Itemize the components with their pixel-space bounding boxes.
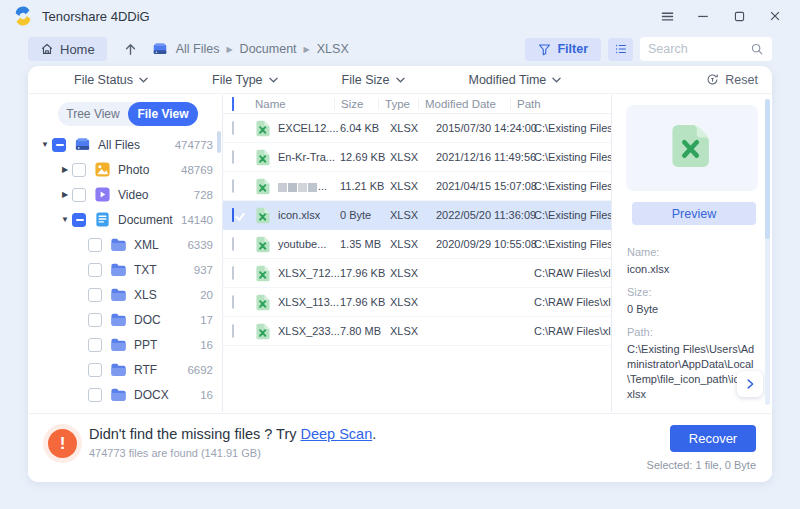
alert-icon: !	[48, 429, 77, 458]
table-row[interactable]: XLSX_113... 17.96 KB XLSX C:\RAW Files\x…	[223, 288, 611, 317]
table-row[interactable]: En-Kr-Tra... 12.69 KB XLSX 2021/12/16 11…	[223, 143, 611, 172]
tree-checkbox[interactable]	[88, 363, 102, 377]
row-checkbox[interactable]	[232, 266, 234, 280]
tree-checkbox[interactable]	[88, 313, 102, 327]
column-header-modified[interactable]: Modified Date	[418, 98, 516, 110]
row-checkbox[interactable]	[232, 237, 234, 251]
tree-item-label: DOCX	[134, 388, 169, 402]
tree-item-count: 16	[200, 389, 213, 401]
filter-dropdown-file-status[interactable]: File Status	[74, 73, 148, 87]
sidebar-item-xls[interactable]: XLS 20	[28, 282, 222, 307]
filter-button[interactable]: Filter	[525, 38, 601, 61]
filter-dropdown-modified-time[interactable]: Modified Time	[469, 73, 562, 87]
tree-checkbox[interactable]	[88, 388, 102, 402]
next-file-button[interactable]	[737, 371, 763, 397]
detail-scrollbar[interactable]	[765, 99, 770, 405]
filter-dropdown-file-type[interactable]: File Type	[212, 73, 278, 87]
file-name: XLSX_712...	[278, 267, 340, 279]
row-checkbox[interactable]	[232, 208, 234, 222]
table-row[interactable]: ... 11.21 KB XLSX 2021/04/15 15:07:08 C:…	[223, 172, 611, 201]
file-path: C:\Existing Files...	[534, 151, 611, 163]
filter-dropdown-file-size[interactable]: File Size	[342, 73, 405, 87]
sidebar-item-xml[interactable]: XML 6339	[28, 232, 222, 257]
close-icon[interactable]	[762, 5, 788, 27]
table-row[interactable]: XLSX_712... 17.96 KB XLSX C:\RAW Files\x…	[223, 259, 611, 288]
tree-item-label: RTF	[134, 363, 157, 377]
file-type: XLSX	[390, 151, 436, 163]
file-modified-date: 2021/12/16 11:49:56	[436, 151, 534, 163]
sidebar-item-photo[interactable]: ▶ Photo 48769	[28, 157, 222, 182]
excel-file-icon	[255, 207, 278, 224]
sidebar-item-docx[interactable]: DOCX 16	[28, 382, 222, 407]
view-list-button[interactable]	[608, 38, 633, 61]
deep-scan-link[interactable]: Deep Scan	[301, 426, 373, 442]
menu-icon[interactable]	[654, 5, 680, 27]
file-details: Name:icon.xlsxSize:0 BytePath:C:\Existin…	[627, 237, 755, 412]
tree-checkbox[interactable]	[72, 188, 86, 202]
table-row[interactable]: icon.xlsx 0 Byte XLSX 2022/05/20 11:36:0…	[223, 201, 611, 230]
up-level-icon[interactable]	[123, 42, 138, 57]
tree-checkbox[interactable]	[88, 238, 102, 252]
breadcrumb-document[interactable]: Document	[240, 42, 297, 56]
column-header-size[interactable]: Size	[334, 98, 384, 110]
reset-filter-icon	[706, 73, 719, 86]
sidebar-scrollbar[interactable]	[217, 131, 221, 153]
tree-checkbox[interactable]	[88, 288, 102, 302]
footer-bar: ! Didn't find the missing files ? Try De…	[28, 413, 772, 482]
row-checkbox[interactable]	[232, 121, 234, 135]
file-size: 6.04 KB	[340, 122, 390, 134]
row-checkbox[interactable]	[232, 324, 234, 338]
sidebar-item-video[interactable]: ▶ Video 728	[28, 182, 222, 207]
sidebar-item-all-files[interactable]: ▼ All Files 474773	[28, 132, 222, 157]
tree-checkbox[interactable]	[72, 163, 86, 177]
table-row[interactable]: XLSX_233... 7.80 MB XLSX C:\RAW Files\xl…	[223, 317, 611, 346]
minimize-icon[interactable]	[690, 5, 716, 27]
detail-field-value: 0 Byte	[627, 302, 755, 317]
expand-arrow-icon[interactable]: ▶	[58, 165, 72, 174]
tab-file-view[interactable]: File View	[128, 102, 198, 126]
file-size: 17.96 KB	[340, 296, 390, 308]
home-button[interactable]: Home	[28, 37, 107, 61]
expand-arrow-icon[interactable]: ▼	[38, 140, 52, 149]
maximize-icon[interactable]	[726, 5, 752, 27]
column-header-name[interactable]: Name	[255, 98, 340, 110]
detail-field-label: Size:	[627, 286, 755, 298]
expand-arrow-icon[interactable]: ▼	[58, 215, 72, 224]
column-header-path[interactable]: Path	[510, 98, 611, 110]
row-checkbox[interactable]	[232, 295, 234, 309]
deep-scan-message: Didn't find the missing files ? Try Deep…	[89, 426, 376, 442]
sidebar-item-txt[interactable]: TXT 937	[28, 257, 222, 282]
sidebar-item-ppt[interactable]: PPT 16	[28, 332, 222, 357]
select-all-checkbox[interactable]	[232, 97, 234, 111]
tab-tree-view[interactable]: Tree View	[58, 102, 128, 126]
tree-item-label: PPT	[134, 338, 157, 352]
tree-checkbox[interactable]	[52, 138, 66, 152]
search-icon[interactable]	[750, 42, 764, 56]
recover-button[interactable]: Recover	[670, 425, 756, 452]
search-box[interactable]	[640, 37, 772, 61]
row-checkbox[interactable]	[232, 150, 234, 164]
table-row[interactable]: youtube... 1.35 MB XLSX 2020/09/29 10:55…	[223, 230, 611, 259]
file-modified-date: 2022/05/20 11:36:09	[436, 209, 534, 221]
reset-filters-button[interactable]: Reset	[706, 73, 758, 87]
folder-icon	[110, 236, 127, 253]
sidebar-item-doc[interactable]: DOC 17	[28, 307, 222, 332]
row-checkbox[interactable]	[232, 179, 234, 193]
sidebar-item-document[interactable]: ▼ Document 14140	[28, 207, 222, 232]
sidebar-item-rtf[interactable]: RTF 6692	[28, 357, 222, 382]
file-tree: ▼ All Files 474773 ▶ Photo 48769 ▶ Video…	[28, 132, 222, 407]
chevron-down-icon	[269, 77, 278, 83]
file-type: XLSX	[390, 122, 436, 134]
preview-button[interactable]: Preview	[632, 202, 756, 225]
tree-checkbox[interactable]	[88, 338, 102, 352]
search-input[interactable]	[648, 42, 750, 56]
table-row[interactable]: EXCEL12.... 6.04 KB XLSX 2015/07/30 14:2…	[223, 114, 611, 143]
expand-arrow-icon[interactable]: ▶	[58, 190, 72, 199]
tree-checkbox[interactable]	[72, 213, 86, 227]
tree-item-count: 474773	[175, 139, 213, 151]
breadcrumb-xlsx[interactable]: XLSX	[317, 42, 349, 56]
tree-checkbox[interactable]	[88, 263, 102, 277]
preview-thumbnail	[626, 105, 758, 191]
breadcrumb-all-files[interactable]: All Files	[176, 42, 220, 56]
tree-item-count: 48769	[181, 164, 213, 176]
